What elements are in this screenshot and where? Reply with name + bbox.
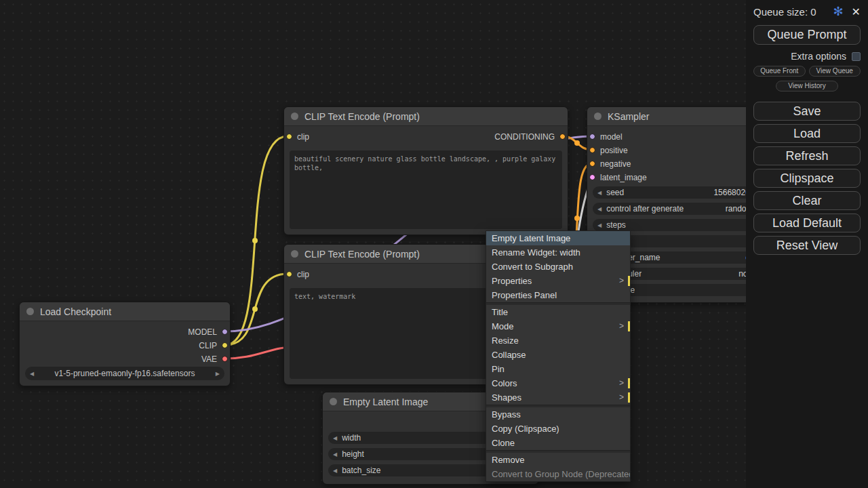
input-label-clip: clip xyxy=(297,270,309,279)
input-label-model: model xyxy=(600,132,623,142)
output-slot-vae[interactable] xyxy=(222,356,228,362)
view-history-button[interactable]: View History xyxy=(776,81,838,92)
clipspace-button[interactable]: Clipspace xyxy=(753,169,861,188)
input-label-negative: negative xyxy=(600,159,631,169)
submenu-flag xyxy=(628,276,630,286)
submenu-arrow-icon: > xyxy=(619,319,624,333)
menu-item-resize[interactable]: Resize xyxy=(486,333,630,348)
output-slot-clip[interactable] xyxy=(222,342,228,348)
input-slot-clip[interactable] xyxy=(286,134,292,140)
prompt-text-widget[interactable]: beautiful scenery nature glass bottle la… xyxy=(290,150,562,229)
context-menu-title: Empty Latent Image xyxy=(486,231,630,245)
link-dot xyxy=(574,140,580,146)
output-label-clip: CLIP xyxy=(199,341,217,350)
extra-options-label: Extra options xyxy=(791,51,846,62)
menu-item-mode[interactable]: Mode > xyxy=(486,319,630,333)
node-title: Empty Latent Image xyxy=(343,396,428,407)
next-icon[interactable]: ▶ xyxy=(216,371,220,377)
decrement-icon[interactable]: ◀ xyxy=(333,435,337,441)
link-dot xyxy=(574,216,580,221)
output-label-vae: VAE xyxy=(201,354,217,364)
submenu-flag xyxy=(628,321,630,331)
close-icon[interactable]: ✕ xyxy=(852,5,861,18)
output-label-conditioning: CONDITIONING xyxy=(494,132,555,142)
menu-item-colors[interactable]: Colors > xyxy=(486,376,630,390)
input-label-latent-image: latent_image xyxy=(600,173,647,182)
view-queue-button[interactable]: View Queue xyxy=(809,66,861,77)
node-clip-text-encode-positive[interactable]: CLIP Text Encode (Prompt) clip CONDITION… xyxy=(283,106,568,235)
input-slot-positive[interactable] xyxy=(589,147,595,153)
menu-item-remove[interactable]: Remove xyxy=(486,453,630,467)
decrement-icon[interactable]: ◀ xyxy=(597,206,601,212)
node-load-checkpoint[interactable]: Load Checkpoint MODEL CLIP VAE ◀ v1-5-pr… xyxy=(19,302,231,386)
output-label-model: MODEL xyxy=(188,327,217,337)
output-slot-model[interactable] xyxy=(222,329,228,335)
load-default-button[interactable]: Load Default xyxy=(753,214,861,232)
submenu-arrow-icon: > xyxy=(619,390,624,405)
collapse-dot[interactable] xyxy=(594,113,601,120)
submenu-flag xyxy=(628,392,630,403)
input-label-clip: clip xyxy=(297,132,309,142)
menu-item-copy-clipspace[interactable]: Copy (Clipspace) xyxy=(486,422,630,436)
reset-view-button[interactable]: Reset View xyxy=(753,236,861,255)
node-title: CLIP Text Encode (Prompt) xyxy=(304,111,420,122)
decrement-icon[interactable]: ◀ xyxy=(333,451,337,458)
queue-size-label: Queue size: 0 xyxy=(753,6,816,18)
input-slot-negative[interactable] xyxy=(589,161,595,167)
submenu-arrow-icon: > xyxy=(619,274,624,288)
decrement-icon[interactable]: ◀ xyxy=(597,222,601,228)
collapse-dot[interactable] xyxy=(291,113,298,120)
input-slot-clip[interactable] xyxy=(286,271,292,277)
load-button[interactable]: Load xyxy=(753,124,861,143)
collapse-dot[interactable] xyxy=(330,398,337,405)
decrement-icon[interactable]: ◀ xyxy=(333,468,337,474)
input-label-positive: positive xyxy=(600,146,628,155)
context-menu: Empty Latent Image Rename Widget: width … xyxy=(486,230,631,482)
menu-item-rename-widget[interactable]: Rename Widget: width xyxy=(486,245,630,260)
save-button[interactable]: Save xyxy=(753,102,861,121)
menu-item-title[interactable]: Title xyxy=(486,305,630,319)
decrement-icon[interactable]: ◀ xyxy=(597,190,601,196)
input-slot-latent-image[interactable] xyxy=(589,174,595,180)
menu-item-clone[interactable]: Clone xyxy=(486,436,630,450)
menu-item-collapse[interactable]: Collapse xyxy=(486,348,630,362)
menu-item-pin[interactable]: Pin xyxy=(486,362,630,376)
node-title: Load Checkpoint xyxy=(40,306,111,317)
widget-ckpt-name[interactable]: ◀ v1-5-pruned-emaonly-fp16.safetensors ▶ xyxy=(25,367,224,380)
output-slot-conditioning[interactable] xyxy=(559,134,566,140)
menu-item-properties-panel[interactable]: Properties Panel xyxy=(486,288,630,302)
queue-front-button[interactable]: Queue Front xyxy=(753,66,806,77)
link-dot xyxy=(252,306,258,312)
comfy-menu-panel: Queue size: 0 ✻ ✕ Queue Prompt Extra opt… xyxy=(746,0,868,488)
menu-item-bypass[interactable]: Bypass xyxy=(486,407,630,422)
menu-item-properties[interactable]: Properties > xyxy=(486,274,630,288)
menu-item-convert-to-subgraph[interactable]: Convert to Subgraph xyxy=(486,260,630,274)
node-title-bar[interactable]: Load Checkpoint xyxy=(20,302,230,321)
collapse-dot[interactable] xyxy=(26,308,34,315)
menu-item-shapes[interactable]: Shapes > xyxy=(486,390,630,405)
extra-options-checkbox[interactable] xyxy=(852,52,861,61)
settings-icon[interactable]: ✻ xyxy=(833,4,844,19)
link-dot xyxy=(252,238,258,243)
input-slot-model[interactable] xyxy=(589,134,595,140)
menu-item-convert-to-group-node[interactable]: Convert to Group Node (Deprecated) xyxy=(486,467,630,481)
refresh-button[interactable]: Refresh xyxy=(753,146,861,165)
node-title: KSampler xyxy=(608,111,649,122)
submenu-arrow-icon: > xyxy=(619,376,624,390)
queue-prompt-button[interactable]: Queue Prompt xyxy=(753,25,861,45)
submenu-flag xyxy=(628,378,630,388)
node-title-bar[interactable]: CLIP Text Encode (Prompt) xyxy=(284,107,568,126)
clear-button[interactable]: Clear xyxy=(753,191,861,210)
node-title: CLIP Text Encode (Prompt) xyxy=(304,249,420,260)
collapse-dot[interactable] xyxy=(291,250,298,258)
